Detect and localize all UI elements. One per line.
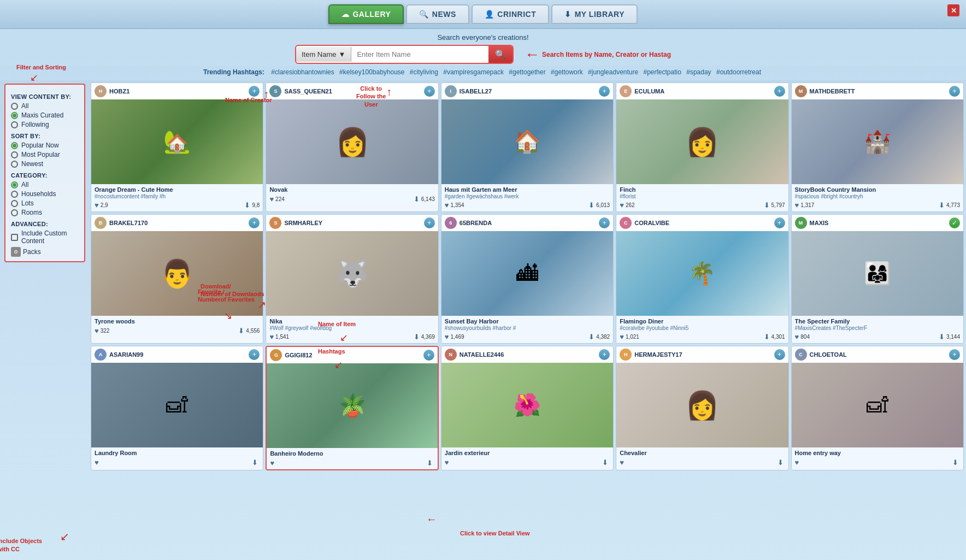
asarian99-downloads: ⬇ [252,458,260,467]
close-button[interactable]: ✕ [947,4,959,16]
category-lots[interactable]: Lots [11,199,79,207]
tab-gallery-label: Gallery [352,10,391,19]
follow-srmharley-button[interactable]: + [424,217,435,228]
radio-cat-all[interactable] [11,181,18,188]
card-isabell27-title: Haus mit Garten am Meer [445,186,610,193]
download-icon-he: ⬇ [777,458,784,467]
creator-asarian99-name: ASARIAN99 [109,351,143,358]
hashtag-6[interactable]: #gettowork [551,68,583,76]
include-cc-option[interactable]: Include Custom Content [11,229,79,245]
sort-popular-now[interactable]: Popular Now [11,142,79,149]
view-option-maxis[interactable]: Maxis Curated [11,111,79,119]
card-hermajesty17-footer: Chevalier ♥ ⬇ [616,447,788,469]
sort-newest[interactable]: Newest [11,160,79,168]
card-asarian99-header: A ASARIAN99 + [91,346,263,363]
avatar-coralvibe: C [620,217,632,229]
avatar-isabell27: I [445,85,457,97]
grid-row-3: A ASARIAN99 + 🛋 Laundry Room ♥ [91,346,964,470]
isabell27-likes-num: 1,354 [451,202,464,208]
hashtag-8[interactable]: #perfectpatio [644,68,681,76]
card-srmharley: S SRMHARLEY + 🐺 Nika #Wolf #greywolf #wo… [266,214,438,344]
65brenda-downloads-num: 4,382 [596,334,610,340]
search-type-dropdown[interactable]: Item Name ▼ [296,47,351,62]
follow-isabell27-button[interactable]: + [599,86,610,97]
category-all[interactable]: All [11,181,79,188]
avatar-brakel7170: B [95,217,107,229]
follow-chloetoal-button[interactable]: + [949,349,960,360]
creator-hobz1-name: HOBZ1 [109,88,129,95]
view-option-following[interactable]: Following [11,121,79,128]
checkbox-cc[interactable] [11,234,18,241]
radio-following[interactable] [11,121,18,128]
avatar-chloetoal: C [795,349,807,361]
eculuma-downloads: ⬇ 5,797 [764,201,785,209]
radio-lots[interactable] [11,200,18,207]
tab-mylibrary[interactable]: ⬇ My Library [551,4,638,24]
radio-popular-now[interactable] [11,142,18,149]
follow-coralvibe-button[interactable]: + [774,217,785,228]
card-nataelle2446-image: 🌺 [441,363,613,447]
download-icon-65: ⬇ [588,333,594,341]
card-ggigi812[interactable]: G GGIGI812 + 🪴 Banheiro Moderno ♥ [266,346,438,470]
tab-gallery[interactable]: ☁ Gallery [328,4,404,24]
tab-crinrict[interactable]: 👤 CrinRict [472,4,549,24]
65brenda-downloads: ⬇ 4,382 [588,333,610,341]
view-option-all[interactable]: All [11,102,79,110]
card-coralvibe-tags: #coralvibe #youtube #Ninni5 [620,325,785,331]
hashtag-3[interactable]: #cityliving [410,68,438,76]
hashtag-1[interactable]: #claresiobhantownies [271,68,334,76]
radio-households[interactable] [11,191,18,198]
card-asarian99-image: 🛋 [91,363,263,447]
follow-brakel7170-button[interactable]: + [249,217,260,228]
follow-65brenda-button[interactable]: + [599,217,610,228]
avatar-hermajesty17: H [620,349,632,361]
creator-coralvibe-name: CORALVIBE [634,220,669,226]
follow-eculuma-button[interactable]: + [774,86,785,97]
tab-news[interactable]: 🔍 News [406,4,469,24]
filter-annotation: Filter and Sorting [16,64,66,70]
card-nataelle2446-stats: ♥ ⬇ [445,458,610,467]
download-icon-ma: ⬇ [939,333,945,341]
follow-ggigi812-button[interactable]: + [423,350,434,361]
sort-most-popular[interactable]: Most Popular [11,151,79,158]
follow-asarian99-button[interactable]: + [249,349,260,360]
avatar-hobz1: H [95,85,107,97]
search-button[interactable]: 🔍 [488,46,513,63]
card-hobz1: H HOBZ1 + 🏡 Orange Dream - Cute Home #no… [91,82,263,212]
hashtag-10[interactable]: #outdoorretreat [716,68,761,76]
card-eculuma-tags: #florist [620,193,785,199]
radio-rooms[interactable] [11,209,18,216]
card-hermajesty17-stats: ♥ ⬇ [620,458,785,467]
cloud-icon: ☁ [341,10,350,19]
radio-all[interactable] [11,103,18,110]
search-input[interactable] [351,47,488,62]
radio-maxis[interactable] [11,112,18,119]
follow-sassqueen21-button[interactable]: + [424,86,435,97]
radio-newest[interactable] [11,161,18,168]
hashtag-2[interactable]: #kelsey100babyhouse [339,68,404,76]
category-households[interactable]: Households [11,190,79,198]
hashtag-7[interactable]: #jungleadventure [588,68,638,76]
hashtag-4[interactable]: #vampiresgamepack [443,68,504,76]
follow-nataelle2446-button[interactable]: + [599,349,610,360]
creator-chloetoal: C CHLOETOAL [795,349,847,361]
card-65brenda: 6 65BRENDA + 🏙 Sunset Bay Harbor #showus… [441,214,614,344]
coralvibe-downloads: ⬇ 4,301 [764,333,785,341]
follow-hermajesty17-button[interactable]: + [774,349,785,360]
follow-hobz1-button[interactable]: + [249,86,260,97]
packs-button[interactable]: ⚙ Packs [11,247,79,257]
hashtag-9[interactable]: #spaday [686,68,711,76]
creator-mathdebrett-name: MATHDEBRETT [810,88,855,95]
follow-maxis-button[interactable]: ✓ [949,217,960,228]
follow-mathdebrett-button[interactable]: + [949,86,960,97]
card-srmharley-footer: Nika #Wolf #greywolf #wolfdog ♥ 1,541 ⬇ … [266,316,438,343]
creator-ggigi812-name: GGIGI812 [285,352,312,358]
card-eculuma-title: Finch [620,186,785,193]
card-ggigi812-image: 🪴 [267,363,437,448]
hashtag-5[interactable]: #gettogether [509,68,545,76]
category-rooms[interactable]: Rooms [11,209,79,216]
radio-most-popular[interactable] [11,151,18,158]
include-cc-label: Include Custom Content [21,229,79,245]
card-srmharley-tags: #Wolf #greywolf #wolfdog [269,325,434,331]
card-asarian99-footer: Laundry Room ♥ ⬇ [91,447,263,469]
